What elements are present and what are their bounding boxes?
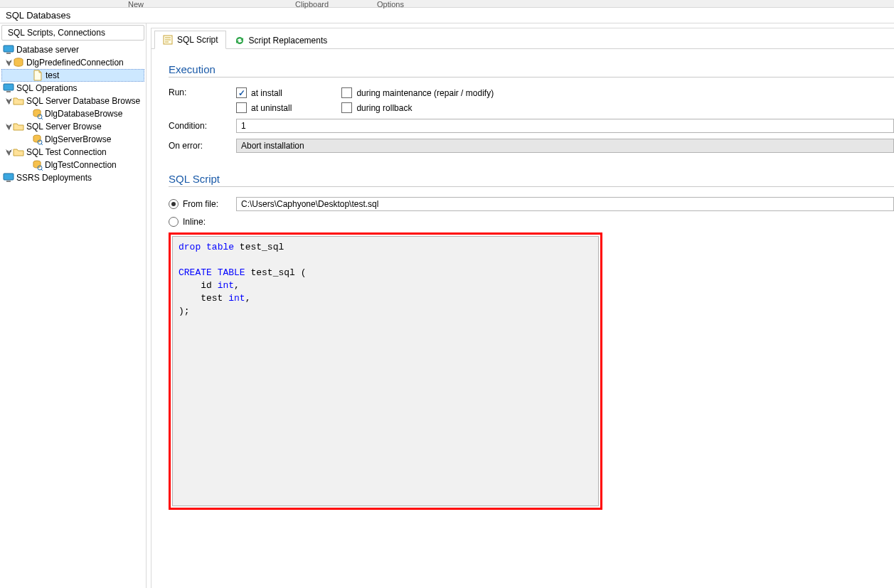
radio-from-file[interactable]: From file:	[169, 199, 236, 209]
chevron-down-icon[interactable]: ⮟	[6, 123, 13, 131]
section-sql-script: SQL Script	[169, 173, 894, 187]
radio-icon	[169, 199, 179, 209]
browse-icon	[31, 108, 43, 119]
tree-item-sql-operations[interactable]: SQL Operations	[1, 82, 144, 95]
condition-input[interactable]	[236, 119, 894, 133]
tree-item-database-server[interactable]: Database server	[1, 43, 144, 56]
tree-item-dlgserverbrowse[interactable]: DlgServerBrowse	[1, 133, 144, 146]
sql-editor[interactable]: drop table test_sql CREATE TABLE test_sq…	[172, 236, 599, 506]
folder-icon	[13, 146, 24, 158]
sidebar: SQL Scripts, Connections Database server…	[0, 23, 147, 588]
section-execution: Execution	[169, 63, 894, 77]
ribbon-group-labels: New Clipboard Options	[0, 0, 894, 8]
tree-item-sql-server-database-browse-folder[interactable]: ⮟ SQL Server Database Browse	[1, 95, 144, 107]
tree-item-dlgdatabasebrowse[interactable]: DlgDatabaseBrowse	[1, 107, 144, 120]
radio-inline[interactable]: Inline:	[169, 217, 236, 227]
checkbox-at-uninstall[interactable]: at uninstall	[236, 102, 292, 113]
checkbox-at-install[interactable]: at install	[236, 87, 292, 98]
folder-icon	[13, 95, 24, 107]
tree-item-sql-server-browse-folder[interactable]: ⮟ SQL Server Browse	[1, 120, 144, 133]
browse-icon	[31, 159, 43, 171]
chevron-down-icon[interactable]: ⮟	[6, 59, 13, 67]
tree-item-dlgtestconnection[interactable]: DlgTestConnection	[1, 159, 144, 171]
svg-rect-0	[4, 46, 14, 52]
folder-icon	[13, 121, 24, 132]
tree-item-test[interactable]: test	[1, 69, 144, 82]
tree: Database server ⮟ DlgPredefinedConnectio…	[0, 41, 146, 588]
svg-rect-3	[4, 84, 14, 90]
monitor-icon	[3, 172, 14, 183]
tab-script-replacements[interactable]: Script Replacements	[226, 31, 336, 49]
onerror-select[interactable]: Abort installation	[236, 139, 894, 153]
checkbox-during-maintenance[interactable]: during maintenance (repair / modify)	[341, 87, 494, 98]
browse-icon	[31, 134, 43, 145]
checkbox-during-rollback[interactable]: during rollback	[341, 102, 494, 113]
sql-script-icon	[162, 34, 174, 46]
checkbox-icon	[236, 87, 247, 98]
sql-editor-highlight: drop table test_sql CREATE TABLE test_sq…	[169, 232, 602, 510]
content-tabs: SQL Script Script Replacements	[151, 28, 894, 49]
sidebar-header[interactable]: SQL Scripts, Connections	[1, 25, 144, 41]
monitor-icon	[3, 82, 14, 94]
svg-rect-12	[6, 181, 11, 182]
chevron-down-icon[interactable]: ⮟	[6, 97, 13, 105]
checkbox-icon	[236, 102, 247, 113]
fromfile-input[interactable]	[236, 197, 894, 211]
label-run: Run:	[169, 87, 236, 97]
monitor-icon	[3, 44, 14, 55]
tree-item-sql-test-connection-folder[interactable]: ⮟ SQL Test Connection	[1, 146, 144, 159]
svg-rect-11	[4, 173, 14, 180]
label-condition: Condition:	[169, 121, 236, 131]
svg-rect-4	[6, 91, 11, 92]
checkbox-icon	[341, 87, 352, 98]
chevron-down-icon[interactable]: ⮟	[6, 149, 13, 156]
tree-item-ssrs-deployments[interactable]: SSRS Deployments	[1, 171, 144, 184]
db-icon	[13, 57, 24, 68]
svg-rect-1	[6, 53, 11, 54]
radio-icon	[169, 217, 179, 227]
checkbox-icon	[341, 102, 352, 113]
file-icon	[32, 70, 43, 81]
label-onerror: On error:	[169, 141, 236, 151]
refresh-icon	[234, 35, 245, 46]
tree-item-dlgpredefinedconnection[interactable]: ⮟ DlgPredefinedConnection	[1, 56, 144, 69]
tab-sql-script[interactable]: SQL Script	[154, 31, 226, 49]
page-title: SQL Databases	[0, 8, 894, 23]
